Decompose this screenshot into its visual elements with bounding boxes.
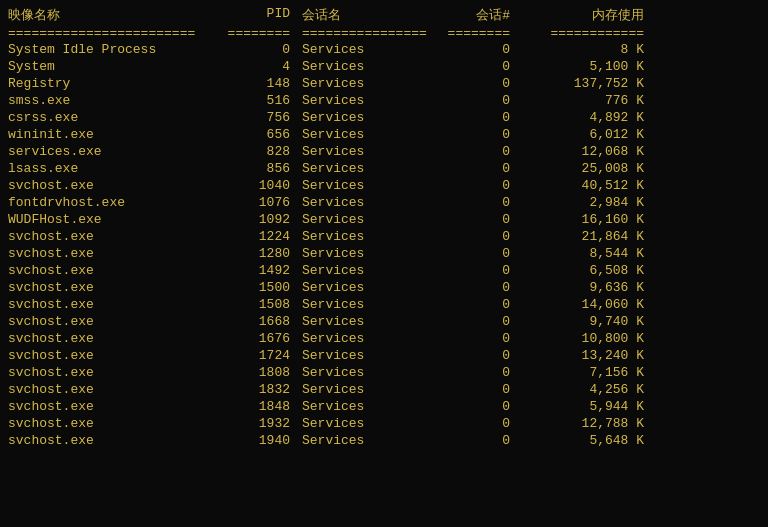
process-session: Services	[298, 59, 418, 74]
process-session-num: 0	[418, 246, 518, 261]
process-pid: 1940	[208, 433, 298, 448]
process-session: Services	[298, 42, 418, 57]
table-row: svchost.exe 1668 Services 0 9,740 K	[8, 313, 760, 330]
process-name: svchost.exe	[8, 331, 208, 346]
process-session: Services	[298, 365, 418, 380]
process-pid: 1092	[208, 212, 298, 227]
col-header-name: 映像名称	[8, 6, 208, 24]
process-session: Services	[298, 416, 418, 431]
process-pid: 1500	[208, 280, 298, 295]
process-pid: 148	[208, 76, 298, 91]
process-session: Services	[298, 314, 418, 329]
process-name: lsass.exe	[8, 161, 208, 176]
process-name: wininit.exe	[8, 127, 208, 142]
process-mem: 21,864 K	[518, 229, 648, 244]
process-name: svchost.exe	[8, 263, 208, 278]
table-row: csrss.exe 756 Services 0 4,892 K	[8, 109, 760, 126]
process-session-num: 0	[418, 229, 518, 244]
process-session-num: 0	[418, 76, 518, 91]
process-mem: 2,984 K	[518, 195, 648, 210]
process-name: System Idle Process	[8, 42, 208, 57]
process-mem: 776 K	[518, 93, 648, 108]
process-name: svchost.exe	[8, 348, 208, 363]
process-session-num: 0	[418, 93, 518, 108]
table-row: svchost.exe 1508 Services 0 14,060 K	[8, 296, 760, 313]
process-session-num: 0	[418, 280, 518, 295]
table-row: svchost.exe 1808 Services 0 7,156 K	[8, 364, 760, 381]
table-row: System Idle Process 0 Services 0 8 K	[8, 41, 760, 58]
process-mem: 9,740 K	[518, 314, 648, 329]
process-mem: 8,544 K	[518, 246, 648, 261]
process-name: svchost.exe	[8, 178, 208, 193]
process-pid: 1508	[208, 297, 298, 312]
process-session: Services	[298, 263, 418, 278]
process-name: svchost.exe	[8, 280, 208, 295]
sep-col3: ================	[298, 26, 418, 41]
process-session-num: 0	[418, 331, 518, 346]
table-header: 映像名称 PID 会话名 会话# 内存使用	[8, 4, 760, 26]
sep-col5: ============	[518, 26, 648, 41]
process-pid: 856	[208, 161, 298, 176]
process-mem: 6,012 K	[518, 127, 648, 142]
process-mem: 5,100 K	[518, 59, 648, 74]
process-session-num: 0	[418, 399, 518, 414]
process-pid: 1224	[208, 229, 298, 244]
table-row: svchost.exe 1492 Services 0 6,508 K	[8, 262, 760, 279]
table-row: svchost.exe 1040 Services 0 40,512 K	[8, 177, 760, 194]
process-name: svchost.exe	[8, 365, 208, 380]
process-session: Services	[298, 178, 418, 193]
table-row: WUDFHost.exe 1092 Services 0 16,160 K	[8, 211, 760, 228]
process-session: Services	[298, 144, 418, 159]
table-row: smss.exe 516 Services 0 776 K	[8, 92, 760, 109]
col-header-pid: PID	[208, 6, 298, 24]
process-session: Services	[298, 76, 418, 91]
process-name: svchost.exe	[8, 229, 208, 244]
process-pid: 1932	[208, 416, 298, 431]
table-row: System 4 Services 0 5,100 K	[8, 58, 760, 75]
process-name: svchost.exe	[8, 297, 208, 312]
process-session: Services	[298, 127, 418, 142]
process-session-num: 0	[418, 433, 518, 448]
table-row: svchost.exe 1280 Services 0 8,544 K	[8, 245, 760, 262]
process-mem: 5,944 K	[518, 399, 648, 414]
process-pid: 1724	[208, 348, 298, 363]
table-body: System Idle Process 0 Services 0 8 K Sys…	[8, 41, 760, 449]
process-session-num: 0	[418, 195, 518, 210]
process-session: Services	[298, 229, 418, 244]
sep-col1: ========================	[8, 26, 208, 41]
process-mem: 25,008 K	[518, 161, 648, 176]
sep-col4: ========	[418, 26, 518, 41]
process-name: csrss.exe	[8, 110, 208, 125]
sep-col2: ========	[208, 26, 298, 41]
process-name: svchost.exe	[8, 433, 208, 448]
process-session: Services	[298, 246, 418, 261]
process-session-num: 0	[418, 161, 518, 176]
process-session: Services	[298, 382, 418, 397]
process-name: System	[8, 59, 208, 74]
process-pid: 1076	[208, 195, 298, 210]
table-row: fontdrvhost.exe 1076 Services 0 2,984 K	[8, 194, 760, 211]
process-name: svchost.exe	[8, 246, 208, 261]
process-session-num: 0	[418, 212, 518, 227]
process-session-num: 0	[418, 314, 518, 329]
table-row: svchost.exe 1832 Services 0 4,256 K	[8, 381, 760, 398]
process-session-num: 0	[418, 263, 518, 278]
col-header-mem: 内存使用	[518, 6, 648, 24]
process-session: Services	[298, 161, 418, 176]
process-session: Services	[298, 331, 418, 346]
table-row: svchost.exe 1724 Services 0 13,240 K	[8, 347, 760, 364]
process-pid: 828	[208, 144, 298, 159]
process-pid: 4	[208, 59, 298, 74]
process-mem: 12,788 K	[518, 416, 648, 431]
process-mem: 40,512 K	[518, 178, 648, 193]
process-session: Services	[298, 212, 418, 227]
table-row: svchost.exe 1500 Services 0 9,636 K	[8, 279, 760, 296]
process-pid: 756	[208, 110, 298, 125]
process-session: Services	[298, 297, 418, 312]
process-name: svchost.exe	[8, 314, 208, 329]
process-mem: 9,636 K	[518, 280, 648, 295]
table-row: Registry 148 Services 0 137,752 K	[8, 75, 760, 92]
table-row: svchost.exe 1932 Services 0 12,788 K	[8, 415, 760, 432]
process-session-num: 0	[418, 127, 518, 142]
process-pid: 1832	[208, 382, 298, 397]
